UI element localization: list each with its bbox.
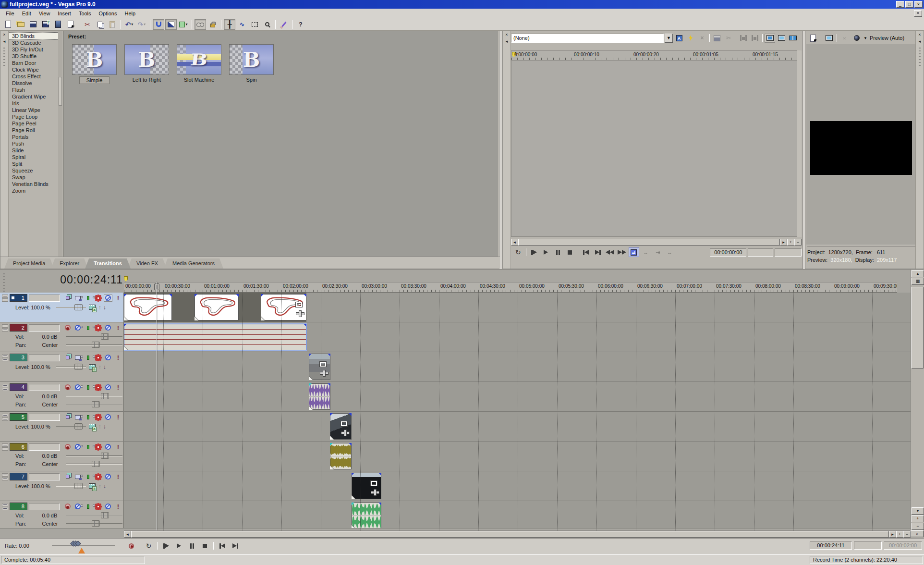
audio-event[interactable] xyxy=(352,503,381,528)
slider-thumb[interactable] xyxy=(101,512,109,518)
track-fx-plugin-icon[interactable] xyxy=(84,384,92,391)
tab-media-generators[interactable]: Media Generators xyxy=(164,258,223,269)
scrollbar-thumb[interactable] xyxy=(59,77,62,106)
maximize-button[interactable]: □ xyxy=(905,1,913,8)
video-event[interactable] xyxy=(309,354,330,380)
solo-icon[interactable]: ! xyxy=(114,295,122,302)
film-alpha-icon[interactable] xyxy=(88,304,97,311)
tab-transitions[interactable]: Transitions xyxy=(85,258,131,269)
track-minimize-icons[interactable] xyxy=(2,354,8,361)
lock-envelopes-button[interactable] xyxy=(207,19,219,30)
track-name-field[interactable] xyxy=(29,384,60,391)
track-number[interactable]: 4 xyxy=(10,383,27,391)
fade-handle[interactable] xyxy=(169,294,172,297)
track-fx-plugin-icon[interactable] xyxy=(84,503,92,510)
transition-item-venetian-blinds[interactable]: Venetian Blinds xyxy=(9,181,58,187)
menu-view[interactable]: View xyxy=(35,10,54,17)
track-fx-icon[interactable] xyxy=(94,503,102,510)
normal-edit-tool-button[interactable]: ╂ xyxy=(224,19,235,30)
dropdown-arrow-icon[interactable]: ▾ xyxy=(185,22,187,26)
timeline-vscrollbar[interactable]: ▴ ▦ ▾ + − xyxy=(911,270,924,531)
track-fx-icon[interactable] xyxy=(94,324,102,332)
track-fx-icon[interactable] xyxy=(94,473,102,480)
track-fx-plugin-icon[interactable] xyxy=(84,414,92,421)
compositing-mode-icon[interactable] xyxy=(63,295,72,302)
next-frame-icon[interactable]: → xyxy=(641,247,651,257)
track-number[interactable]: 5 xyxy=(10,413,27,421)
open-button[interactable] xyxy=(15,19,26,30)
pan-slider[interactable] xyxy=(66,401,122,407)
close-button[interactable]: × xyxy=(914,1,923,8)
bypass-motion-blur-icon[interactable]: ↑ xyxy=(98,364,101,370)
timeline-zoom-out-icon[interactable]: − xyxy=(903,531,911,538)
track-number[interactable]: 2 xyxy=(10,324,27,332)
transition-item-page-loop[interactable]: Page Loop xyxy=(9,113,58,120)
transition-item-clock-wipe[interactable]: Clock Wipe xyxy=(9,66,58,73)
dropdown-arrow-icon[interactable]: ▾ xyxy=(144,22,146,26)
event-fx-icon[interactable] xyxy=(341,430,349,435)
audio-event[interactable] xyxy=(309,383,330,410)
track-fx-plugin-icon[interactable] xyxy=(84,473,92,480)
close-icon[interactable]: × xyxy=(917,32,923,38)
track-name-field[interactable] xyxy=(29,324,60,332)
zoom-in-icon[interactable]: + xyxy=(787,239,794,246)
solo-icon[interactable]: ! xyxy=(114,384,122,391)
scroll-left-icon[interactable]: ◂ xyxy=(511,239,518,246)
track-fx-plugin-icon[interactable] xyxy=(84,295,92,302)
track-motion-blur-icon[interactable]: ↓ xyxy=(103,364,106,370)
track-motion-blur-icon[interactable]: ↓ xyxy=(103,424,106,430)
preset-thumbnail[interactable]: B xyxy=(229,44,274,75)
video-event[interactable] xyxy=(352,473,381,499)
loop-playback-button[interactable]: ↻ xyxy=(513,247,523,257)
scrollbar-thumb[interactable] xyxy=(131,531,889,538)
jump-icon[interactable]: ⇥ xyxy=(653,247,663,257)
trimmer-time-display[interactable]: 00:00:00:00 xyxy=(710,248,746,257)
track-minimize-icons[interactable] xyxy=(2,414,8,421)
dropdown-arrow-icon[interactable]: ▼ xyxy=(665,34,673,43)
film-alpha-icon[interactable] xyxy=(88,363,97,370)
track-header-5[interactable]: 5!Level: 100.0 %↑↓ xyxy=(0,412,124,441)
track-fx-plugin-icon[interactable] xyxy=(84,354,92,361)
mute-icon[interactable] xyxy=(104,503,112,510)
cursor-position-box[interactable]: 00:00:24:11 xyxy=(810,541,852,550)
external-monitor-icon[interactable] xyxy=(808,34,818,43)
loop-region-button[interactable]: ⇄ xyxy=(629,247,639,257)
selection-edit-tool-button[interactable] xyxy=(249,19,260,30)
slider-thumb[interactable] xyxy=(92,401,100,407)
trimmer-scrollbar[interactable] xyxy=(797,50,802,237)
tab-video-fx[interactable]: Video FX xyxy=(128,258,167,269)
transition-item-iris[interactable]: Iris xyxy=(9,100,58,107)
collapse-icon[interactable]: ◂ xyxy=(917,39,923,45)
auto-ripple-button[interactable]: ▾ xyxy=(178,19,189,30)
rate-slider[interactable] xyxy=(52,545,115,546)
go-to-start-button[interactable] xyxy=(581,247,591,257)
transition-item-3d-shuffle[interactable]: 3D Shuffle xyxy=(9,53,58,60)
slider-thumb[interactable] xyxy=(92,461,100,467)
stop-button[interactable] xyxy=(199,541,210,551)
event-fx-icon[interactable] xyxy=(296,310,304,316)
drag-grip[interactable] xyxy=(919,48,921,67)
menu-file[interactable]: File xyxy=(2,10,18,17)
preset-thumbnail[interactable]: B xyxy=(72,44,117,75)
track-number[interactable]: 6 xyxy=(10,443,27,451)
track-name-field[interactable] xyxy=(29,473,60,480)
track-fx-icon[interactable] xyxy=(94,295,102,302)
save-icon[interactable] xyxy=(712,34,722,43)
record-arm-icon[interactable] xyxy=(63,443,72,451)
track-header-8[interactable]: 8!Vol:0.0 dBPan:Center xyxy=(0,501,124,528)
transition-item-3d-blinds[interactable]: 3D Blinds xyxy=(9,33,58,39)
minimize-button[interactable]: _ xyxy=(896,1,904,8)
fade-handle[interactable] xyxy=(328,383,330,386)
link-icon[interactable]: ∞ xyxy=(839,34,850,43)
track-fx-plugin-icon[interactable] xyxy=(84,443,92,451)
film-alpha-icon[interactable] xyxy=(88,423,97,430)
track-name-field[interactable] xyxy=(29,354,60,361)
fade-handle[interactable] xyxy=(330,413,333,416)
trimmer-ruler[interactable]: 0:00:00:0000:00:00:1000:00:00:2000:00:01… xyxy=(511,50,797,61)
lightning-icon[interactable] xyxy=(685,34,696,43)
tools-icon[interactable]: ✂ xyxy=(723,34,734,43)
preset-slot-machine[interactable]: BSlot Machine xyxy=(173,43,225,86)
media-properties-icon[interactable]: A xyxy=(674,34,684,43)
scroll-down-icon[interactable]: ▾ xyxy=(912,507,924,515)
cut-button[interactable]: ✂ xyxy=(82,19,93,30)
